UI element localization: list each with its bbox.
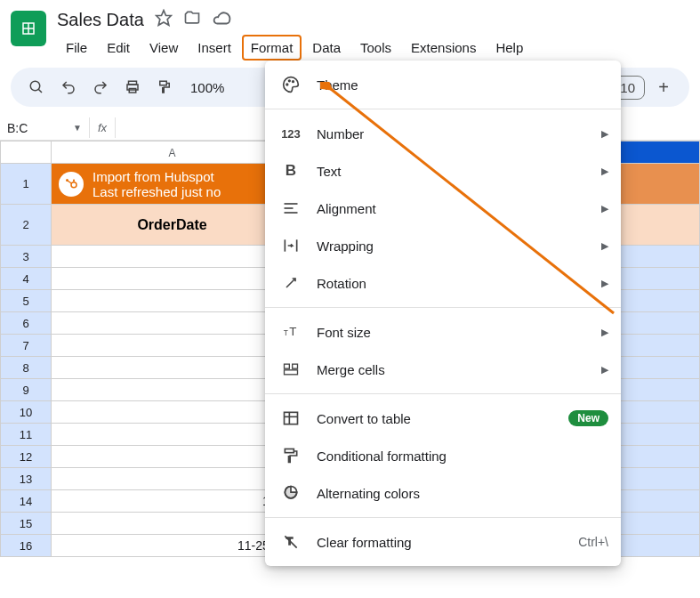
banner-line2: Last refreshed just no [93,184,221,199]
row-header[interactable]: 3 [0,246,52,268]
cloud-status-icon[interactable] [212,9,231,31]
menu-item-label: Convert to table [317,411,411,426]
format-menu-rotation[interactable]: Rotation▶ [265,264,621,302]
svg-rect-29 [285,412,298,424]
banner-line1: Import from Hubspot [93,169,221,184]
row-header[interactable]: 15 [0,513,52,535]
cell[interactable]: 11-25-18 [52,535,294,557]
row-header[interactable]: 2 [0,205,52,246]
format-menu-number[interactable]: 123Number▶ [265,115,621,152]
menu-item-label: Clear formatting [317,535,412,550]
chevron-down-icon: ▼ [73,123,82,133]
chevron-right-icon: ▶ [601,327,608,338]
svg-rect-26 [285,364,290,368]
wrap-icon [281,236,301,255]
plus-icon[interactable]: + [654,77,673,97]
move-icon[interactable] [183,9,201,31]
menu-item-label: Wrapping [317,238,374,254]
row-header[interactable]: 1 [0,164,52,205]
menu-item-label: Font size [317,325,371,340]
format-menu-merge-cells[interactable]: Merge cells▶ [265,351,621,388]
menu-item-label: Rotation [317,276,366,291]
merge-icon [281,360,301,379]
redo-icon[interactable] [91,77,110,97]
menu-extensions[interactable]: Extensions [402,35,485,61]
name-box[interactable]: B:C ▼ [0,121,89,135]
svg-text:T: T [289,325,296,338]
svg-rect-28 [285,370,298,375]
row-header[interactable]: 7 [0,335,52,357]
document-title[interactable]: Sales Data [57,10,144,30]
format-menu-wrapping[interactable]: Wrapping▶ [265,227,621,264]
cell[interactable]: 8-1 [52,401,294,424]
row-header[interactable]: 9 [0,379,52,401]
paint-format-icon[interactable] [155,77,174,97]
row-header[interactable]: 16 [0,535,52,557]
shortcut-label: Ctrl+\ [578,535,608,549]
format-menu-convert-to-table[interactable]: Convert to tableNew [265,400,621,437]
menu-item-label: Conditional formatting [317,448,447,464]
row-header[interactable]: 14 [0,490,52,513]
row-header[interactable]: 8 [0,357,52,379]
undo-icon[interactable] [59,77,78,97]
row-header[interactable]: 12 [0,446,52,468]
menu-edit[interactable]: Edit [98,35,139,61]
table-icon [281,408,301,428]
cell[interactable]: 1- [52,246,294,268]
cell[interactable]: 10- [52,468,294,490]
menu-help[interactable]: Help [487,35,532,61]
svg-line-13 [68,181,72,183]
row-header[interactable]: 11 [0,424,52,446]
cell[interactable]: 10-2 [52,490,294,513]
header-cell-orderdate[interactable]: OrderDate [52,205,294,246]
svg-point-18 [293,81,294,83]
menu-tools[interactable]: Tools [351,35,400,61]
svg-point-5 [30,81,40,91]
row-header[interactable]: 4 [0,268,52,290]
zoom-select[interactable]: 100% [187,80,228,95]
row-header[interactable]: 13 [0,468,52,490]
format-menu-alignment[interactable]: Alignment▶ [265,190,621,227]
menu-item-label: Merge cells [317,362,385,377]
menu-format[interactable]: Format [242,35,302,61]
format-menu-theme[interactable]: Theme [265,66,621,103]
svg-point-16 [286,84,288,85]
format-menu-clear-formatting[interactable]: TClear formattingCtrl+\ [265,523,621,561]
row-header[interactable]: 10 [0,401,52,424]
format-menu-alternating-colors[interactable]: Alternating colors [265,474,621,512]
menu-item-label: Alternating colors [317,486,420,501]
format-menu-font-size[interactable]: TTFont size▶ [265,313,621,351]
svg-point-17 [289,80,291,82]
sheets-app-icon[interactable] [11,11,46,46]
cell[interactable]: 7-2 [52,379,294,401]
print-icon[interactable] [123,77,142,97]
cell[interactable]: 9- [52,424,294,446]
menu-view[interactable]: View [141,35,187,61]
menu-item-label: Alignment [317,201,376,216]
svg-marker-4 [157,11,172,26]
cell[interactable]: 9-1 [52,446,294,468]
menu-file[interactable]: File [57,35,96,61]
row-header[interactable]: 6 [0,312,52,335]
cell[interactable]: 6- [52,335,294,357]
format-menu-text[interactable]: BText▶ [265,152,621,190]
menu-insert[interactable]: Insert [189,35,240,61]
cell[interactable]: 5-2 [52,312,294,335]
col-header-a[interactable]: A [52,141,294,164]
hubspot-banner[interactable]: Import from Hubspot Last refreshed just … [52,164,294,205]
cell[interactable]: 3-1 [52,268,294,290]
search-icon[interactable] [27,77,46,97]
123-icon: 123 [281,124,301,143]
cell[interactable]: 4-1 [52,290,294,312]
menu-data[interactable]: Data [303,35,350,61]
select-all-corner[interactable] [0,141,52,164]
row-header[interactable]: 5 [0,290,52,312]
format-menu-conditional-formatting[interactable]: Conditional formatting [265,437,621,474]
fx-label: fx [89,117,116,138]
cell[interactable]: 11- [52,513,294,535]
star-icon[interactable] [155,9,173,31]
menu-item-label: Theme [317,77,358,93]
cell[interactable]: 7-1 [52,357,294,379]
name-box-value: B:C [7,121,28,135]
svg-line-6 [38,89,42,93]
